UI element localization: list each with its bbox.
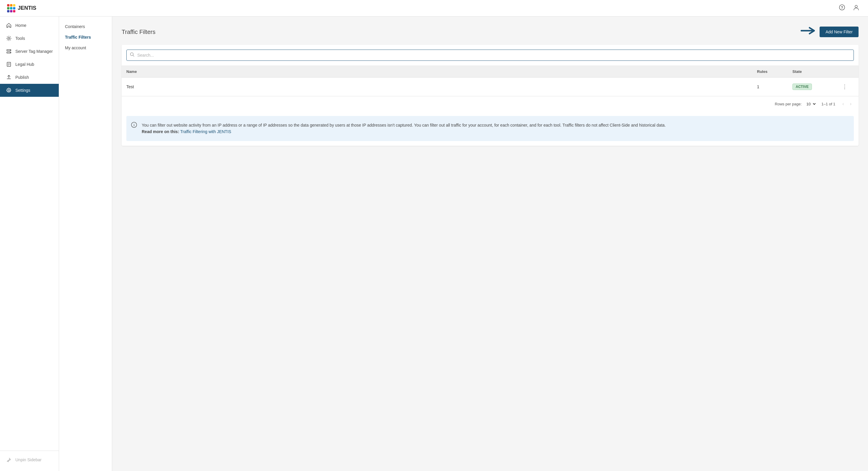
svg-point-3 (8, 37, 10, 39)
logo-dot-8 (10, 10, 12, 12)
sub-sidebar-item-containers[interactable]: Containers (59, 21, 112, 32)
logo-dot-1 (7, 4, 9, 6)
user-button[interactable] (851, 4, 861, 13)
server-tag-icon (6, 49, 12, 54)
sub-sidebar-item-my-account[interactable]: My account (59, 42, 112, 53)
arrow-icon (801, 26, 815, 38)
svg-point-12 (134, 124, 134, 124)
pagination-bar: Rows per page: 10 25 50 1–1 of 1 ‹ › (122, 96, 859, 111)
page-info: 1–1 of 1 (822, 102, 835, 106)
row-rules: 1 (757, 85, 793, 89)
tools-icon (6, 35, 12, 41)
pagination-nav: ‹ › (840, 100, 854, 108)
row-state: ACTIVE (793, 84, 840, 90)
header-icons: ? (837, 4, 861, 13)
logo: JENTIS (7, 4, 36, 12)
sidebar-item-settings[interactable]: Settings (0, 84, 59, 97)
help-button[interactable]: ? (837, 4, 847, 13)
sidebar-item-home[interactable]: Home (0, 19, 59, 32)
svg-point-9 (8, 90, 10, 91)
sidebar-item-tools[interactable]: Tools (0, 32, 59, 45)
logo-dot-3 (13, 4, 16, 6)
rows-per-page-select[interactable]: 10 25 50 (804, 101, 817, 107)
info-box: You can filter out website activity from… (126, 116, 854, 141)
help-icon: ? (839, 4, 845, 12)
home-icon (6, 23, 12, 28)
sub-sidebar-item-traffic-filters[interactable]: Traffic Filters (59, 32, 112, 42)
page-header: Traffic Filters Add New Filter (122, 26, 859, 38)
sidebar-item-server-tag-manager[interactable]: Server Tag Manager (0, 45, 59, 58)
col-header-actions (840, 69, 854, 74)
status-badge: ACTIVE (793, 84, 812, 90)
svg-point-7 (10, 52, 11, 53)
main-content: Traffic Filters Add New Filter (112, 17, 868, 471)
row-actions: ⋮ (840, 82, 854, 91)
col-header-name: Name (126, 69, 757, 74)
app-body: Home Tools Server Tag Manager Legal Hub … (0, 17, 868, 471)
svg-point-6 (10, 50, 11, 51)
svg-point-2 (855, 5, 857, 8)
legal-hub-icon (6, 61, 12, 67)
sidebar: Home Tools Server Tag Manager Legal Hub … (0, 17, 59, 471)
search-bar (122, 45, 859, 66)
logo-grid-icon (7, 4, 16, 12)
page-title: Traffic Filters (122, 29, 155, 35)
prev-page-button[interactable]: ‹ (840, 100, 846, 108)
table-header: Name Rules State (122, 66, 859, 77)
settings-icon (6, 87, 12, 93)
sidebar-item-home-label: Home (16, 23, 26, 28)
sidebar-bottom: Unpin Sidebar (0, 451, 59, 469)
add-new-filter-button[interactable]: Add New Filter (819, 27, 859, 37)
info-icon (131, 122, 137, 130)
top-header: JENTIS ? (0, 0, 868, 17)
svg-text:?: ? (841, 6, 843, 10)
logo-dot-7 (7, 10, 9, 12)
search-icon (130, 52, 135, 58)
logo-dot-9 (13, 10, 16, 12)
info-read-more-label: Read more on this: (142, 129, 179, 134)
unpin-icon (6, 457, 12, 463)
publish-icon (6, 74, 12, 80)
pagination-rows-per-page: Rows per page: 10 25 50 (775, 101, 817, 107)
logo-dot-4 (7, 7, 9, 9)
row-menu-button[interactable]: ⋮ (840, 82, 850, 91)
sidebar-item-settings-label: Settings (16, 88, 30, 93)
sidebar-item-tools-label: Tools (16, 36, 25, 41)
sidebar-item-publish-label: Publish (16, 75, 29, 80)
logo-dot-6 (13, 7, 16, 9)
logo-dot-2 (10, 4, 12, 6)
traffic-filters-card: Name Rules State Test 1 ACTIVE ⋮ Rows pe (122, 45, 859, 146)
row-name: Test (126, 85, 757, 89)
logo-dot-5 (10, 7, 12, 9)
next-page-button[interactable]: › (848, 100, 854, 108)
search-input-wrap (126, 50, 854, 61)
table-row: Test 1 ACTIVE ⋮ (122, 77, 859, 96)
rows-per-page-label: Rows per page: (775, 102, 802, 106)
sidebar-item-stm-label: Server Tag Manager (16, 49, 53, 54)
col-header-rules: Rules (757, 69, 793, 74)
sidebar-item-legal-hub[interactable]: Legal Hub (0, 58, 59, 71)
col-header-state: State (793, 69, 840, 74)
user-icon (853, 4, 860, 12)
sidebar-item-unpin: Unpin Sidebar (0, 453, 59, 466)
sidebar-item-legal-hub-label: Legal Hub (16, 62, 34, 67)
search-input[interactable] (126, 50, 854, 61)
sub-sidebar: Containers Traffic Filters My account (59, 17, 112, 471)
logo-text: JENTIS (18, 5, 36, 11)
sidebar-item-unpin-label: Unpin Sidebar (16, 458, 42, 462)
info-text: You can filter out website activity from… (142, 123, 666, 127)
sidebar-item-publish[interactable]: Publish (0, 71, 59, 84)
info-link[interactable]: Traffic Filtering with JENTIS (180, 129, 231, 134)
page-header-right: Add New Filter (801, 26, 859, 38)
